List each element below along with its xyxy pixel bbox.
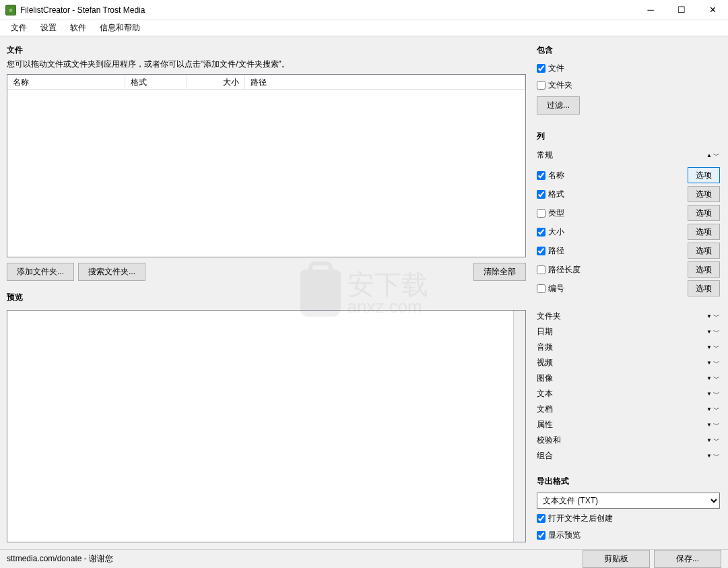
group-label: 文档: [537, 404, 706, 415]
collapse-group[interactable]: 视频▼﹀: [537, 355, 720, 371]
statusbar: sttmedia.com/donate - 谢谢您 剪贴板 保存...: [0, 549, 728, 568]
files-table[interactable]: 名称 格式 大小 路径: [7, 74, 526, 257]
include-file-row[interactable]: 文件: [537, 61, 720, 75]
files-hint: 您可以拖动文件或文件夹到应用程序，或者你可以点击"添加文件/文件夹搜索"。: [7, 59, 526, 70]
show-preview-checkbox[interactable]: [537, 531, 545, 540]
column-label: 格式: [548, 189, 564, 200]
column-row: 路径长度选项: [537, 260, 720, 279]
collapse-group[interactable]: 文档▼﹀: [537, 402, 720, 417]
column-row: 路径选项: [537, 241, 720, 260]
include-folder-checkbox[interactable]: [537, 81, 545, 90]
export-title: 导出格式: [537, 476, 720, 487]
chevron-down-icon: ▼: [706, 391, 712, 397]
filter-button[interactable]: 过滤...: [537, 96, 580, 115]
column-checkbox[interactable]: [537, 190, 545, 199]
column-label: 路径: [548, 245, 564, 257]
chevron-down-icon: ▼: [706, 329, 712, 335]
column-checkbox[interactable]: [537, 284, 545, 293]
group-label: 文件夹: [537, 311, 706, 322]
column-option-button[interactable]: 选项: [688, 261, 720, 278]
include-folder-row[interactable]: 文件夹: [537, 78, 720, 92]
chevron-down-icon: ▼: [706, 344, 712, 350]
window-controls: ─ ☐ ✕: [635, 0, 728, 20]
chevron-down-icon: ▼: [706, 422, 712, 428]
column-option-button[interactable]: 选项: [688, 205, 720, 221]
column-row: 类型选项: [537, 203, 720, 222]
menu-info-help[interactable]: 信息和帮助: [93, 20, 147, 36]
chevron-down-icon: ▼: [706, 453, 712, 459]
chevron-down-icon: ﹀: [713, 374, 720, 383]
column-option-button[interactable]: 选项: [688, 167, 720, 183]
column-checkbox[interactable]: [537, 265, 545, 274]
col-format[interactable]: 格式: [125, 75, 187, 89]
group-label: 组合: [537, 450, 706, 462]
include-file-label: 文件: [548, 63, 564, 74]
export-format-select[interactable]: 文本文件 (TXT): [537, 493, 720, 509]
chevron-down-icon: ﹀: [713, 436, 720, 445]
column-label: 大小: [548, 226, 564, 238]
menu-file[interactable]: 文件: [4, 20, 34, 36]
collapse-group[interactable]: 校验和▼﹀: [537, 433, 720, 448]
column-label: 编号: [548, 283, 564, 294]
col-name[interactable]: 名称: [7, 75, 125, 89]
column-checkbox[interactable]: [537, 171, 545, 180]
column-option-button[interactable]: 选项: [688, 280, 720, 296]
collapse-group[interactable]: 文本▼﹀: [537, 386, 720, 402]
group-label: 文本: [537, 388, 706, 400]
group-label: 属性: [537, 419, 706, 431]
menu-settings[interactable]: 设置: [34, 20, 63, 36]
column-checkbox[interactable]: [537, 228, 545, 236]
chevron-up-icon: ▲: [706, 152, 712, 158]
open-after-checkbox[interactable]: [537, 514, 545, 523]
close-button[interactable]: ✕: [697, 0, 728, 20]
files-section-title: 文件: [7, 44, 526, 56]
chevron-down-icon: ▼: [706, 375, 712, 381]
group-label: 图像: [537, 373, 706, 384]
col-size[interactable]: 大小: [187, 75, 245, 89]
col-path[interactable]: 路径: [245, 75, 525, 89]
preview-area[interactable]: [7, 310, 526, 542]
collapse-group[interactable]: 音频▼﹀: [537, 340, 720, 355]
column-option-button[interactable]: 选项: [688, 243, 720, 259]
chevron-down-icon: ▼: [706, 313, 712, 319]
collapse-group[interactable]: 日期▼﹀: [537, 324, 720, 340]
column-row: 格式选项: [537, 185, 720, 203]
preview-section-title: 预览: [7, 292, 526, 303]
menu-software[interactable]: 软件: [63, 20, 93, 36]
include-file-checkbox[interactable]: [537, 64, 545, 73]
status-text: sttmedia.com/donate - 谢谢您: [7, 553, 578, 565]
group-label: 校验和: [537, 435, 706, 446]
open-after-row[interactable]: 打开文件之后创建: [537, 511, 720, 526]
window-title: FilelistCreator - Stefan Trost Media: [20, 5, 635, 15]
maximize-button[interactable]: ☐: [666, 0, 697, 20]
chevron-down-icon: ﹀: [713, 312, 720, 321]
files-button-row: 添加文件夹... 搜索文件夹... 清除全部: [7, 263, 526, 281]
include-title: 包含: [537, 44, 720, 56]
collapse-group[interactable]: 组合▼﹀: [537, 448, 720, 464]
chevron-down-icon: ﹀: [713, 358, 720, 368]
column-items: 名称选项格式选项类型选项大小选项路径选项路径长度选项编号选项: [537, 166, 720, 298]
save-button[interactable]: 保存...: [654, 550, 721, 568]
column-label: 路径长度: [548, 264, 581, 276]
open-after-label: 打开文件之后创建: [548, 513, 613, 524]
columns-title: 列: [537, 131, 720, 142]
chevron-down-icon: ﹀: [713, 343, 720, 352]
chevron-down-icon: ﹀: [713, 405, 720, 414]
chevron-down-icon: ﹀: [713, 389, 720, 399]
minimize-button[interactable]: ─: [635, 0, 666, 20]
show-preview-row[interactable]: 显示预览: [537, 528, 720, 542]
chevron-down-icon: ﹀: [713, 327, 720, 337]
collapse-group[interactable]: 属性▼﹀: [537, 417, 720, 433]
group-general[interactable]: 常规 ▲﹀: [537, 148, 720, 163]
collapse-group[interactable]: 图像▼﹀: [537, 371, 720, 386]
column-option-button[interactable]: 选项: [688, 186, 720, 202]
column-checkbox[interactable]: [537, 209, 545, 218]
left-pane: 文件 您可以拖动文件或文件夹到应用程序，或者你可以点击"添加文件/文件夹搜索"。…: [0, 36, 533, 549]
collapse-group[interactable]: 文件夹▼﹀: [537, 309, 720, 324]
column-option-button[interactable]: 选项: [688, 224, 720, 240]
search-folder-button[interactable]: 搜索文件夹...: [78, 263, 145, 281]
clear-all-button[interactable]: 清除全部: [473, 263, 526, 281]
add-folder-button[interactable]: 添加文件夹...: [7, 263, 74, 281]
column-checkbox[interactable]: [537, 247, 545, 255]
clipboard-button[interactable]: 剪贴板: [583, 550, 650, 568]
